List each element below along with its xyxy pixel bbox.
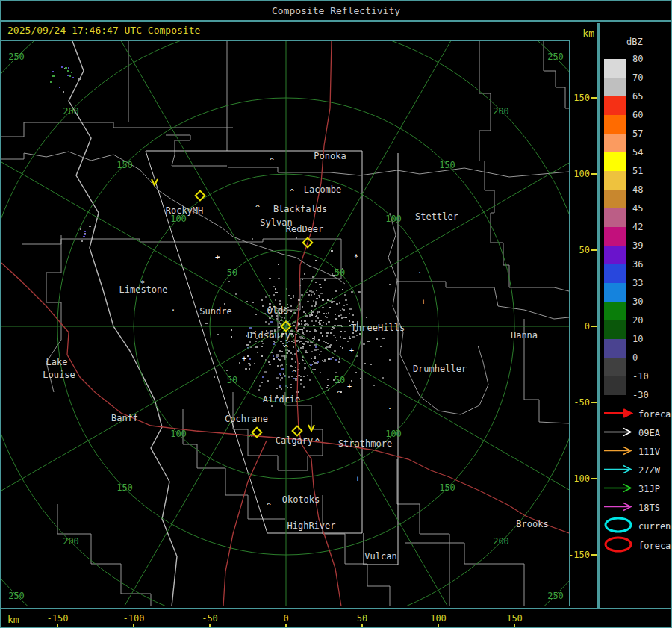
radar-site-icon[interactable] [293,426,302,436]
city-label: RockyMH [166,205,204,216]
radar-echo [335,318,337,320]
bottom-axis-tick [514,624,515,628]
radar-echo [309,331,311,332]
radar-echo [309,290,311,292]
bottom-axis-tick [285,624,287,628]
radar-echo [269,364,271,365]
radar-echo [325,342,327,343]
radar-echo [323,322,324,323]
legend-label: 111V [638,447,660,457]
radar-echo [331,302,333,303]
radar-echo [389,359,391,361]
radar-echo [252,238,253,240]
legend-label: 09EA [638,428,660,438]
radar-echo [290,352,292,354]
radar-echo [317,361,319,363]
radar-echo [248,363,250,364]
radar-echo [322,299,324,301]
radar-echo [327,379,329,380]
right-axis-tick [591,554,597,556]
radar-echo [80,228,81,230]
right-axis-tick [591,249,597,251]
bottom-axis-tick-label: -50 [202,613,218,624]
radar-echo [342,289,343,290]
city-label: Lake [46,357,68,367]
legend-arrow-icon [603,501,635,515]
radar-echo [303,376,305,377]
radar-echo [319,296,320,298]
radar-echo [246,344,249,346]
sidebar: dBZ 807065605754514845423936333020100-10… [600,23,672,608]
bottom-axis-tick-label: 0 [283,613,288,624]
radar-map-canvas[interactable]: 5050505010010010010015015015015020020020… [1,41,570,606]
radar-echo [359,333,361,335]
county-boundary [57,504,151,606]
radar-echo [305,341,307,342]
right-axis-tick-label: 0 [585,321,590,332]
radar-echo [373,385,375,386]
radar-echo [319,320,320,322]
radar-echo [342,347,343,349]
radar-echo [314,305,315,307]
radar-echo [341,317,343,319]
radial-line [77,41,286,326]
caret-marker: ^ [292,369,296,377]
radar-echo [261,346,263,347]
radar-echo [299,336,302,338]
timestamp-label: 2025/09/24 17:46:47 UTC Composite [7,25,200,36]
radar-echo [309,345,311,346]
legend-arrow-icon [603,482,635,497]
radar-echo [84,233,86,234]
radar-echo [290,387,292,388]
radar-echo [382,338,385,339]
caret-marker: ^ [255,204,260,212]
city-label: Sundre [199,306,231,317]
city-label: Stettler [415,211,458,222]
radar-echo [279,373,281,375]
radar-echo [347,341,349,342]
radar-echo [302,338,305,339]
scale-value-label: -10 [632,371,649,382]
radar-site-icon[interactable] [196,191,205,201]
radar-echo [346,304,348,305]
radar-echo [245,368,247,370]
range-ring-label: 200 [63,106,79,116]
radar-echo [330,332,332,334]
scale-color-block [604,78,626,96]
radar-echo [314,330,317,332]
radar-echo [276,354,279,355]
radar-echo [61,66,63,68]
radar-echo [338,315,340,317]
radar-echo [231,329,232,331]
legend-ellipse-icon [603,516,635,537]
radar-echo [300,376,302,377]
scale-title: dBZ [626,37,643,47]
radar-echo [59,87,60,88]
radar-echo [304,324,306,326]
radar-echo [281,388,282,390]
city-label: Brooks [516,519,548,529]
range-ring-label: 150 [439,482,455,493]
radar-echo [305,313,306,314]
radar-echo [249,364,251,366]
radar-echo [329,345,332,346]
radar-echo [302,346,304,347]
radar-echo [296,341,298,342]
range-ring-label: 250 [8,591,25,601]
bottom-axis-tick [361,624,363,628]
radar-echo [68,67,69,69]
radar-echo [69,75,71,77]
radar-echo [349,338,351,339]
radar-echo [331,250,333,252]
radar-echo [299,329,302,330]
legend-label: 31JP [638,484,660,494]
radar-echo [293,335,294,337]
right-axis-tick [591,326,597,327]
radar-echo [307,301,309,302]
bottom-axis-unit: km [7,614,19,625]
radar-echo [318,295,320,296]
radar-echo [358,291,360,293]
legend-arrow-icon [603,426,635,441]
radar-echo [330,358,332,360]
radar-echo [364,363,366,364]
